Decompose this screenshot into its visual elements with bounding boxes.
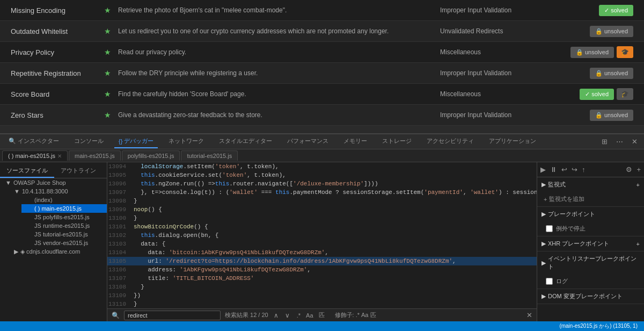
- log-checkbox[interactable]: [546, 278, 553, 285]
- right-panel-toolbar: ▶ ⏸ ↩ ↪ ↑ ⚙ +: [537, 162, 644, 177]
- source-tab-main[interactable]: main-es2015.js: [69, 150, 121, 161]
- breakpoints-section-header[interactable]: ▶ ブレークポイント: [537, 207, 644, 221]
- table-row: Outdated Whitelist ★ Let us redirect you…: [0, 21, 644, 42]
- step-in-button[interactable]: ↪: [570, 164, 579, 175]
- add-watch-button[interactable]: +: [635, 164, 642, 175]
- tree-group-inner: ▼ 10.4.131.88:3000 (index) ( ) main-es20…: [0, 187, 107, 256]
- tree-tab-outline[interactable]: アウトライン: [54, 164, 103, 178]
- tab-memory[interactable]: メモリー: [339, 135, 371, 148]
- tree-tab-sources[interactable]: ソースファイル: [0, 164, 54, 178]
- search-case-button[interactable]: Aa: [304, 311, 314, 320]
- search-input[interactable]: [124, 311, 221, 320]
- search-icon: 🔍: [112, 312, 120, 319]
- star-icon: ★: [97, 48, 118, 56]
- breakpoints-content: 例外で停止: [537, 221, 644, 236]
- star-icon: ★: [97, 27, 118, 35]
- inspector-label: インスペクター: [18, 137, 59, 145]
- tab-style-editor[interactable]: スタイルエディター: [215, 135, 276, 148]
- hint-button-orange[interactable]: 🎓: [617, 46, 633, 58]
- source-tab-label: tutorial-es2015.js: [187, 153, 232, 159]
- tree-group-host[interactable]: ▼ 10.4.131.88:3000: [9, 187, 107, 196]
- tree-tabs: ソースファイル アウトライン: [0, 164, 107, 178]
- more-options-button[interactable]: ⋯: [614, 136, 625, 147]
- xhr-breakpoints-header[interactable]: ▶ XHR ブレークポイント +: [537, 236, 644, 251]
- code-line-13108: 13108 }: [107, 283, 537, 291]
- source-tab-tutorial[interactable]: tutorial-es2015.js: [181, 150, 238, 161]
- code-line-13106: 13106 address: '1AbKFgvw9psQ41NbLi8kufDQ…: [107, 265, 537, 274]
- search-prev-button[interactable]: ∧: [273, 312, 280, 319]
- event-listener-content: ログ: [537, 274, 644, 289]
- code-line-13104: 13104 data: 'bitcoin:1AbKFgvw9psQ41NbLi8…: [107, 248, 537, 257]
- tab-storage[interactable]: ストレージ: [378, 135, 416, 148]
- search-modifier-info: 修飾子: .* Aa 匹: [335, 311, 376, 319]
- tab-application[interactable]: アプリケーション: [485, 135, 540, 148]
- triangle-icon: ▼: [5, 179, 11, 186]
- resume-button[interactable]: ▶: [539, 164, 547, 175]
- code-line-13098: 13098 }: [107, 197, 537, 205]
- tree-group-juice-shop[interactable]: ▼ OWASP Juice Shop: [0, 178, 107, 187]
- exception-checkbox-row: 例外で停止: [541, 224, 640, 234]
- challenge-action: 🔒 unsolved: [547, 110, 633, 121]
- log-label: ログ: [556, 277, 568, 285]
- settings-icon-button[interactable]: ⚙: [625, 164, 633, 175]
- application-label: アプリケーション: [489, 137, 536, 145]
- challenge-desc: Find the carefully hidden 'Score Board' …: [118, 90, 440, 98]
- split-view-button[interactable]: ⊞: [599, 136, 610, 147]
- source-tab-main-active[interactable]: ( ) main-es2015.js ✕: [2, 150, 68, 161]
- unsolved-button[interactable]: 🔒 unsolved: [590, 68, 633, 79]
- unsolved-button[interactable]: 🔒 unsolved: [590, 110, 633, 121]
- challenge-action: 🔒 unsolved: [547, 68, 633, 79]
- close-tab-icon[interactable]: ✕: [57, 153, 62, 159]
- breakpoints-label: ブレークポイント: [548, 210, 595, 218]
- solved-button[interactable]: ✓ solved: [599, 5, 633, 16]
- status-bar: (main-es2015.js から) (13105, 1): [0, 321, 644, 331]
- search-regex-button[interactable]: .*: [295, 311, 302, 320]
- exception-checkbox[interactable]: [546, 225, 553, 232]
- tree-item-tutorial[interactable]: JS tutorial-es2015.js: [21, 230, 107, 239]
- pause-button[interactable]: ⏸: [549, 164, 558, 175]
- challenge-desc: Follow the DRY principle while registeri…: [118, 69, 440, 77]
- tree-item-label: JS runtime-es2015.js: [34, 222, 90, 229]
- performance-label: パフォーマンス: [287, 137, 328, 145]
- tab-accessibility[interactable]: アクセシビリティ: [422, 135, 478, 148]
- hint-button-gray[interactable]: 🎓: [617, 88, 633, 100]
- tab-performance[interactable]: パフォーマンス: [283, 135, 333, 148]
- watch-label: 監視式: [548, 181, 566, 189]
- code-line-13110: 13110 }: [107, 300, 537, 308]
- tree-item-main[interactable]: ( ) main-es2015.js: [21, 204, 107, 213]
- accessibility-label: アクセシビリティ: [427, 137, 474, 145]
- triangle-icon: ▶: [541, 240, 546, 247]
- triangle-icon: ▼: [14, 188, 20, 195]
- search-next-button[interactable]: ∨: [284, 312, 291, 319]
- tree-group-cdnjs[interactable]: ▶ ◈ cdnjs.cloudflare.com: [9, 247, 107, 256]
- tab-console[interactable]: コンソール: [70, 135, 108, 148]
- solved-button[interactable]: ✓ solved: [580, 89, 614, 100]
- search-result-info: 検索結果 12 / 20: [225, 311, 268, 319]
- source-tab-polyfills[interactable]: polyfills-es2015.js: [122, 150, 180, 161]
- tree-item-polyfills[interactable]: JS polyfills-es2015.js: [21, 213, 107, 221]
- event-listener-header[interactable]: ▶ イベントリスナーブレークポイント: [537, 251, 644, 274]
- code-content[interactable]: 13094 localStorage.setItem('token', t.to…: [107, 162, 537, 308]
- dom-mutation-label: DOM 変更ブレークポイント: [548, 292, 623, 300]
- close-devtools-button[interactable]: ✕: [630, 136, 640, 147]
- step-out-button[interactable]: ↑: [581, 164, 587, 175]
- tree-item-index[interactable]: (index): [21, 196, 107, 204]
- add-watch-expression-button[interactable]: + 監視式を追加: [541, 194, 587, 204]
- tab-network[interactable]: ネットワーク: [164, 135, 208, 148]
- challenge-category: Improper Input Validation: [440, 6, 547, 14]
- tab-inspector[interactable]: 🔍 インスペクター: [4, 135, 63, 148]
- debugger-icon: {}: [119, 138, 122, 145]
- tree-item-vendor[interactable]: JS vendor-es2015.js: [21, 239, 107, 247]
- table-row: Score Board ★ Find the carefully hidden …: [0, 84, 644, 105]
- unsolved-button[interactable]: 🔒 unsolved: [590, 26, 633, 37]
- watch-section-header[interactable]: ▶ 監視式 +: [537, 177, 644, 192]
- unsolved-button[interactable]: 🔒 unsolved: [570, 47, 614, 58]
- step-over-button[interactable]: ↩: [560, 164, 568, 175]
- tab-debugger[interactable]: {} デバッガー: [114, 135, 158, 148]
- search-close-button[interactable]: ✕: [526, 311, 532, 319]
- dom-mutation-header[interactable]: ▶ DOM 変更ブレークポイント: [537, 289, 644, 304]
- search-whole-word-button[interactable]: 匹: [317, 311, 326, 320]
- star-icon: ★: [97, 69, 118, 77]
- tree-item-runtime[interactable]: JS runtime-es2015.js: [21, 221, 107, 230]
- source-tab-label: main-es2015.js: [75, 153, 115, 159]
